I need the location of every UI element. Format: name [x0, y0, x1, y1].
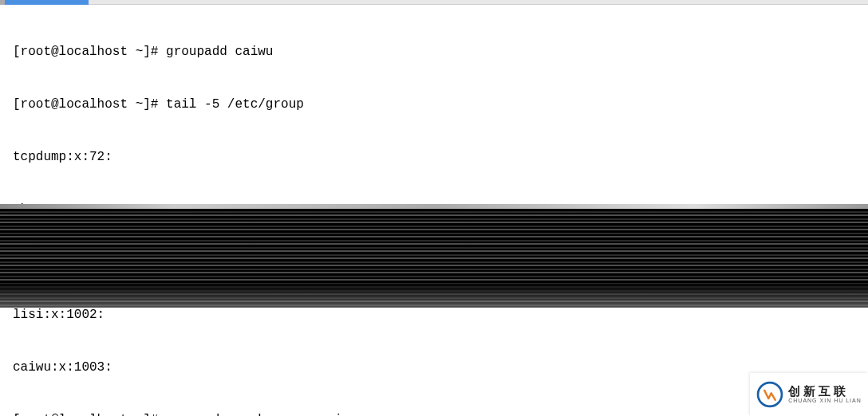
- logo-icon: [756, 381, 783, 408]
- terminal-line: caiwu:x:1003:: [13, 359, 862, 376]
- active-tab-indicator[interactable]: [5, 0, 89, 5]
- window-tab-bar: [0, 0, 868, 5]
- logo-text: 创新互联 CHUANG XIN HU LIAN: [788, 385, 862, 404]
- terminal-line: lisi:x:1002:: [13, 306, 862, 324]
- logo-text-chinese: 创新互联: [788, 385, 862, 398]
- terminal-line: [root@localhost ~]# groupadd caiwu: [13, 43, 862, 61]
- tab-bar-background: [89, 0, 868, 5]
- logo-text-english: CHUANG XIN HU LIAN: [788, 398, 862, 404]
- terminal-line: [root@localhost ~]# tail -5 /etc/group: [13, 96, 862, 113]
- image-distortion-artifact: [0, 204, 868, 308]
- watermark-logo: 创新互联 CHUANG XIN HU LIAN: [750, 373, 868, 416]
- terminal-line: tcpdump:x:72:: [13, 148, 862, 166]
- terminal-line: [root@localhost ~]# gpasswd -a zhangsan …: [13, 411, 862, 416]
